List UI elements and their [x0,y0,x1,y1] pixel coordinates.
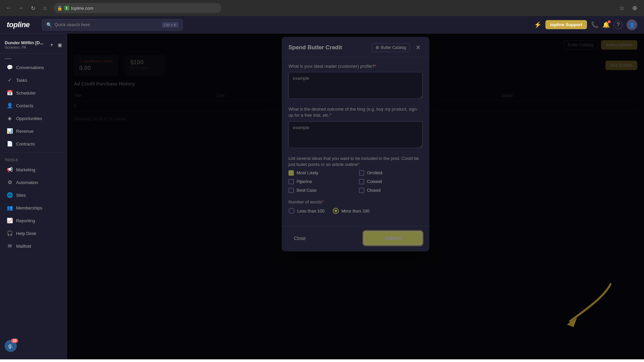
close-text-button[interactable]: Close [288,233,311,244]
star-button[interactable]: ☆ [616,3,627,13]
avatar[interactable]: 👤 [627,19,637,30]
search-shortcut: Ctrl + K [162,22,178,27]
company-location: Scranton, PA [5,45,47,49]
search-placeholder: Quick search here [55,22,90,27]
browser-chrome: ← → ↻ ⌂ 🔒 t topline.com ☆ ⊕ [0,0,644,16]
sidebar-user-area[interactable]: g. 33 [0,337,67,355]
q1-group: What is your ideal reader (customer) pro… [288,63,423,100]
checkbox-closed-box [359,188,364,193]
sidebar: Dunder Mifflin [D... Scranton, PA ▼ ▣ 💬 … [0,34,67,359]
browser-action-buttons: ☆ ⊕ [616,3,640,13]
user-avatar-icon: g. [8,343,13,349]
app-topbar: topline 🔍 Quick search here Ctrl + K ⚡ t… [0,16,644,34]
address-bar[interactable]: 🔒 t topline.com [54,3,221,13]
sidebar-label-mailfold: Mailfold [16,244,31,249]
home-button[interactable]: ⌂ [40,3,50,13]
search-icon: 🔍 [46,22,52,27]
back-button[interactable]: ← [4,3,13,13]
checkbox-most-likely-label: Most Likely [297,170,318,175]
q2-label: What is the desired outcome of the blog … [288,106,423,118]
reporting-icon: 📈 [7,218,13,224]
extensions-button[interactable]: ⊕ [629,3,640,13]
sidebar-item-memberships[interactable]: 👥 Memberships [2,202,65,214]
sidebar-divider [5,152,62,153]
radio-less-100[interactable]: Less than 100 [288,208,325,214]
automation-icon: ⚙ [7,179,13,185]
butler-catalog-dialog-button[interactable]: ⊞ Butler Catalog [372,43,410,52]
radio-group-words: Less than 100 More than 100 [288,208,423,214]
app-container: Dunder Mifflin [D... Scranton, PA ▼ ▣ 💬 … [0,34,644,359]
company-selector[interactable]: Dunder Mifflin [D... Scranton, PA ▼ ▣ [0,38,67,54]
words-label: Number of words* [288,199,423,205]
contracts-icon: 📄 [7,141,13,147]
sidebar-item-tasks[interactable]: ✓ Tasks [2,74,65,86]
q3-group: List several ideas that you want to be i… [288,156,423,193]
sidebar-label-helpdesk: Help Desk [16,231,36,236]
radio-more-100-button [333,208,339,214]
checkbox-best-case-label: Best Case [297,188,317,193]
checkbox-commit[interactable]: Commit [359,179,423,184]
scheduler-icon: 📅 [7,90,13,96]
q1-required-mark: * [375,64,376,69]
checkbox-pipeline-box [288,179,294,184]
memberships-icon: 👥 [7,205,13,211]
refresh-button[interactable]: ↻ [28,3,38,13]
sidebar-label-automation: Automation [16,180,38,185]
sidebar-item-contacts[interactable]: 👤 Contacts [2,100,65,112]
q2-required-mark: * [330,113,331,118]
sidebar-item-conversations[interactable]: 💬 Conversations [2,61,65,73]
sidebar-item-automation[interactable]: ⚙ Automation [2,176,65,188]
sidebar-item-sites[interactable]: 🌐 Sites [2,189,65,201]
phone-icon[interactable]: 📞 [591,21,598,28]
checkbox-most-likely[interactable]: ✓ Most Likely [288,170,352,176]
helpdesk-icon: 🎧 [7,230,13,236]
spend-butler-credit-dialog: Spend Butler Credit ⊞ Butler Catalog ✕ W… [282,37,429,251]
submit-button[interactable]: Submit [363,231,423,245]
layout-icon: ▣ [58,42,62,48]
sidebar-item-revenue[interactable]: 📊 Revenue [2,125,65,137]
sidebar-item-contracts[interactable]: 📄 Contracts [2,138,65,150]
dialog-body: What is your ideal reader (customer) pro… [282,57,429,226]
contacts-icon: 👤 [7,103,13,109]
sidebar-item-opportunities[interactable]: ◈ Opportunities [2,112,65,124]
dialog-header: Spend Butler Credit ⊞ Butler Catalog ✕ [282,37,429,57]
search-bar[interactable]: 🔍 Quick search here Ctrl + K [42,19,183,31]
checkbox-omitted[interactable]: Omitted [359,170,423,176]
sidebar-item-marketing[interactable]: 📢 Marketing [2,164,65,176]
opportunities-icon: ◈ [7,115,13,121]
sidebar-label-sites: Sites [16,193,26,198]
sidebar-label-reporting: Reporting [16,218,35,223]
dialog-close-button[interactable]: ✕ [413,43,423,52]
radio-more-100[interactable]: More than 100 [333,208,370,214]
dialog-footer: Close Submit [282,226,429,251]
sidebar-item-mailfold[interactable]: ✉ Mailfold [2,240,65,252]
sidebar-item-scheduler[interactable]: 📅 Scheduler [2,87,65,99]
checkbox-most-likely-box: ✓ [288,170,294,176]
favicon: t [64,6,69,10]
butler-catalog-dialog-icon: ⊞ [376,45,379,50]
support-button[interactable]: topline Support [545,20,587,29]
checkmark-icon: ✓ [290,171,293,175]
checkbox-pipeline[interactable]: Pipeline [288,179,352,184]
checkbox-best-case[interactable]: Best Case [288,188,352,193]
radio-less-100-button [288,208,294,214]
forward-button[interactable]: → [16,3,25,13]
sidebar-item-helpdesk[interactable]: 🎧 Help Desk [2,227,65,239]
bell-icon[interactable]: 🔔 [602,21,610,28]
sidebar-item-reporting[interactable]: 📈 Reporting [2,215,65,227]
checkbox-closed[interactable]: Closed [359,188,423,193]
topbar-right: ⚡ topline Support 📞 🔔 ? 👤 [534,19,637,30]
company-dropdown-icon: ▼ [50,43,54,47]
q2-textarea[interactable] [288,121,423,148]
sites-icon: 🌐 [7,192,13,198]
mailfold-icon: ✉ [7,243,13,249]
help-icon[interactable]: ? [614,20,623,29]
q1-textarea[interactable] [288,72,423,99]
lightning-icon[interactable]: ⚡ [534,21,541,28]
q3-label: List several ideas that you want to be i… [288,156,423,168]
checkbox-commit-box [359,179,364,184]
bottom-bar: guidde. Made with guidde.com [0,359,644,362]
sidebar-label-marketing: Marketing [16,167,35,172]
sidebar-label-scheduler: Scheduler [16,90,36,96]
sidebar-label-contracts: Contracts [16,141,35,146]
